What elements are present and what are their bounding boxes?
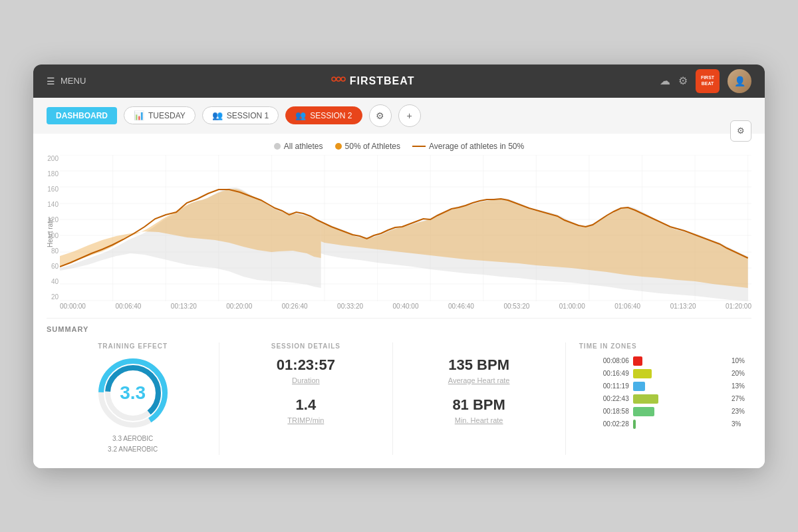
x-tick-3: 00:20:00 xyxy=(226,303,252,310)
session1-label: SESSION 1 xyxy=(227,111,269,120)
zone-bar-3 xyxy=(633,382,645,391)
session-details-title: SESSION DETAILS xyxy=(271,342,340,350)
x-tick-6: 00:40:00 xyxy=(393,303,419,310)
avatar[interactable]: 👤 xyxy=(728,69,751,93)
donut-labels: 3.3 AEROBIC 3.2 ANAEROBIC xyxy=(108,434,158,455)
tab-tuesday[interactable]: 📊 TUESDAY xyxy=(124,106,196,124)
x-tick-10: 01:06:40 xyxy=(614,303,640,310)
tab-session1[interactable]: 👥 SESSION 1 xyxy=(202,106,279,124)
logo-icon xyxy=(331,73,346,88)
dashboard-button[interactable]: DASHBOARD xyxy=(47,107,117,124)
zone-bar-container-5 xyxy=(633,407,728,416)
avg-hr-label[interactable]: Average Heart rate xyxy=(448,376,510,384)
user-badge[interactable]: FIRSTBEAT xyxy=(696,69,720,93)
duration-value: 01:23:57 xyxy=(277,356,335,374)
legend-line-avg xyxy=(412,146,426,147)
x-tick-8: 00:53:20 xyxy=(503,303,529,310)
add-tab-button[interactable]: + xyxy=(398,104,421,127)
min-hr-label[interactable]: Min. Heart rate xyxy=(455,416,503,424)
tab-session2[interactable]: 👥 SESSION 2 xyxy=(285,106,362,124)
chart-settings-button[interactable]: ⚙ xyxy=(730,120,751,142)
header-left: ☰ MENU xyxy=(47,76,86,86)
zone-bar-container-4 xyxy=(633,394,728,404)
y-tick-160: 160 xyxy=(40,186,59,193)
y-tick-20: 20 xyxy=(40,293,59,301)
hr-stats: 135 BPM Average Heart rate 81 BPM Min. H… xyxy=(448,356,510,426)
svg-point-1 xyxy=(336,77,340,81)
x-tick-2: 00:13:20 xyxy=(171,303,197,310)
duration-group: 01:23:57 Duration xyxy=(277,356,335,386)
trimp-label[interactable]: TRIMP/min xyxy=(287,416,324,424)
y-tick-140: 140 xyxy=(40,201,59,208)
zone-pct-5: 23% xyxy=(732,408,751,415)
x-tick-0: 00:00:00 xyxy=(60,303,86,310)
zone-row-1: 00:08:06 10% xyxy=(593,356,751,366)
duration-label[interactable]: Duration xyxy=(292,376,320,384)
x-tick-5: 00:33:20 xyxy=(337,303,363,310)
zone-pct-3: 13% xyxy=(732,382,751,390)
header-right: ☁ ⚙ FIRSTBEAT 👤 xyxy=(660,69,751,93)
x-axis: 00:00:00 00:06:40 00:13:20 00:20:00 00:2… xyxy=(60,301,751,310)
legend-label-avg: Average of athletes in 50% xyxy=(429,142,524,151)
chart-inner: 200 180 160 140 120 100 80 60 40 20 xyxy=(60,155,751,310)
session1-icon: 👥 xyxy=(212,110,223,120)
zone-time-5: 00:18:58 xyxy=(593,408,629,415)
session2-label: SESSION 2 xyxy=(310,111,352,120)
legend-avg: Average of athletes in 50% xyxy=(412,142,524,151)
zone-row-5: 00:18:58 23% xyxy=(593,407,751,416)
min-hr-value: 81 BPM xyxy=(452,396,505,414)
zone-time-6: 00:02:28 xyxy=(593,420,629,428)
zone-row-4: 00:22:43 27% xyxy=(593,394,751,404)
menu-icon: ☰ xyxy=(47,76,55,86)
summary-panels: TRAINING EFFECT 3.3 3.3 AEROBIC xyxy=(47,342,751,455)
header: ☰ MENU FIRSTBEAT ☁ ⚙ FIRSTBEAT � xyxy=(33,65,765,98)
session-details-content: 01:23:57 Duration 1.4 TRIMP/min xyxy=(277,356,335,426)
legend-dot-all xyxy=(274,143,281,150)
session-details-panel: SESSION DETAILS 01:23:57 Duration 1.4 TR… xyxy=(219,342,392,455)
zone-row-3: 00:11:19 13% xyxy=(593,382,751,391)
zone-bar-container-3 xyxy=(633,382,728,391)
x-tick-7: 00:46:40 xyxy=(448,303,474,310)
heart-rate-chart xyxy=(60,155,751,301)
zones-list: 00:08:06 10% 00:16:49 20% xyxy=(579,356,751,429)
cloud-icon[interactable]: ☁ xyxy=(660,74,670,87)
donut-container: 3.3 xyxy=(96,356,170,430)
legend-all-athletes: All athletes xyxy=(274,142,323,151)
logo-text: FIRSTBEAT xyxy=(350,75,415,87)
svg-point-2 xyxy=(341,77,345,81)
trimp-group: 1.4 TRIMP/min xyxy=(287,396,324,426)
zone-time-4: 00:22:43 xyxy=(593,395,629,402)
zone-time-2: 00:16:49 xyxy=(593,370,629,377)
zone-pct-1: 10% xyxy=(732,357,751,364)
zone-bar-6 xyxy=(633,420,636,429)
zone-row-2: 00:16:49 20% xyxy=(593,369,751,378)
nav-area: DASHBOARD 📊 TUESDAY 👥 SESSION 1 👥 SESSIO… xyxy=(33,98,765,134)
x-tick-11: 01:13:20 xyxy=(670,303,696,310)
y-tick-80: 80 xyxy=(40,247,59,255)
zone-bar-5 xyxy=(633,407,655,416)
y-tick-60: 60 xyxy=(40,263,59,270)
avatar-image: 👤 xyxy=(728,69,751,93)
settings-icon[interactable]: ⚙ xyxy=(678,74,688,87)
zone-pct-6: 3% xyxy=(732,420,751,428)
zones-panel: TIME IN ZONES 00:08:06 10% 00:16:49 xyxy=(566,342,751,455)
zone-pct-2: 20% xyxy=(732,370,751,377)
header-center: FIRSTBEAT xyxy=(331,73,415,88)
anaerobic-label: 3.2 ANAEROBIC xyxy=(108,444,158,455)
avg-hr-value: 135 BPM xyxy=(448,356,510,374)
trimp-value: 1.4 xyxy=(287,396,324,414)
svg-point-0 xyxy=(332,77,336,81)
x-tick-12: 01:20:00 xyxy=(726,303,751,310)
avg-hr-group: 135 BPM Average Heart rate xyxy=(448,356,510,386)
zone-bar-2 xyxy=(633,369,652,378)
zone-pct-4: 27% xyxy=(732,395,751,402)
zone-time-3: 00:11:19 xyxy=(593,382,629,390)
chart-wrapper: Heart rate 200 180 160 140 120 100 80 60… xyxy=(47,155,751,310)
zone-time-1: 00:08:06 xyxy=(593,357,629,364)
tuesday-label: TUESDAY xyxy=(148,111,186,120)
zone-bar-1 xyxy=(633,356,642,366)
tab-settings-button[interactable]: ⚙ xyxy=(369,104,392,127)
y-tick-120: 120 xyxy=(40,216,59,223)
zone-bar-4 xyxy=(633,394,658,404)
x-tick-9: 01:00:00 xyxy=(559,303,585,310)
